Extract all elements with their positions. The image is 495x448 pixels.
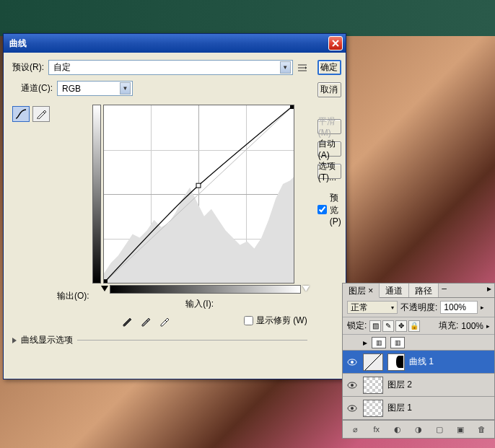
svg-rect-3 bbox=[290, 105, 294, 109]
new-layer-icon[interactable]: ▣ bbox=[455, 423, 466, 435]
ok-button[interactable]: 确定 bbox=[317, 60, 341, 75]
layer-row[interactable]: 图层 2 bbox=[343, 374, 494, 397]
lock-label: 锁定: bbox=[347, 320, 367, 332]
expand-icon[interactable] bbox=[12, 338, 17, 343]
svg-point-5 bbox=[351, 361, 354, 364]
fill-input[interactable]: 100% bbox=[461, 321, 483, 331]
close-icon bbox=[332, 40, 339, 47]
layer-thumbnail bbox=[363, 400, 383, 417]
layer-thumbnail bbox=[363, 377, 383, 394]
svg-point-9 bbox=[351, 407, 354, 410]
dialog-titlebar[interactable]: 曲线 bbox=[4, 34, 346, 53]
layer-name: 图层 2 bbox=[387, 379, 412, 391]
show-clipping-checkbox[interactable]: 显示修剪 (W) bbox=[244, 315, 307, 327]
panel-minimize-icon[interactable]: – bbox=[439, 284, 450, 297]
opacity-label: 不透明度: bbox=[400, 302, 437, 314]
white-eyedropper-button[interactable] bbox=[159, 315, 170, 327]
adjustment-thumbnail bbox=[363, 353, 383, 371]
layer-row[interactable]: 图层 1 bbox=[343, 397, 494, 420]
layer-name: 曲线 1 bbox=[409, 356, 434, 368]
pencil-tool-button[interactable] bbox=[32, 106, 50, 122]
preset-dropdown[interactable]: 自定 ▼ bbox=[48, 60, 293, 75]
layer-thumbnail: ▥ bbox=[390, 337, 405, 348]
dialog-title: 曲线 bbox=[6, 38, 328, 50]
smooth-button: 平滑(M) bbox=[317, 119, 341, 134]
layer-name: 图层 1 bbox=[387, 402, 412, 414]
group-icon[interactable]: ▢ bbox=[434, 423, 445, 435]
chevron-down-icon: ▼ bbox=[280, 61, 291, 74]
input-label: 输入(I): bbox=[185, 298, 214, 310]
preset-label: 预设(R): bbox=[12, 61, 44, 74]
eye-icon bbox=[347, 382, 357, 389]
black-eyedropper-button[interactable] bbox=[121, 315, 133, 327]
expand-group-icon[interactable]: ▸ bbox=[363, 338, 367, 348]
curves-dialog: 曲线 预设(R): 自定 ▼ 通道(C): RGB ▼ bbox=[3, 33, 346, 379]
input-gradient bbox=[110, 285, 301, 294]
chevron-down-icon: ▼ bbox=[120, 82, 131, 95]
cancel-button[interactable]: 取消 bbox=[317, 82, 341, 97]
curve-line bbox=[104, 105, 294, 283]
layer-row[interactable]: 曲线 1 bbox=[343, 351, 494, 374]
fill-label: 填充: bbox=[439, 320, 458, 332]
curve-tool-button[interactable] bbox=[12, 106, 30, 122]
svg-point-7 bbox=[351, 384, 354, 387]
close-button[interactable] bbox=[328, 36, 343, 50]
eye-icon bbox=[347, 405, 357, 412]
lock-pixels-icon[interactable]: ✎ bbox=[382, 320, 394, 332]
channel-label: 通道(C): bbox=[21, 82, 53, 95]
auto-button[interactable]: 自动(A) bbox=[317, 141, 341, 157]
lock-all-icon[interactable]: 🔒 bbox=[408, 320, 420, 332]
link-layers-icon[interactable]: ⌀ bbox=[350, 423, 362, 435]
tab-paths[interactable]: 路径 bbox=[409, 284, 439, 297]
delete-layer-icon[interactable]: 🗑 bbox=[476, 423, 487, 435]
svg-line-0 bbox=[104, 105, 294, 283]
layer-thumbnail: ▥ bbox=[372, 337, 386, 348]
gray-eyedropper-button[interactable] bbox=[140, 315, 152, 327]
pencil-icon bbox=[36, 109, 46, 119]
layer-row[interactable]: ▸ ▥ ▥ bbox=[343, 335, 494, 351]
layers-panel: 图层 × 通道 路径 – ▸ 正常▾ 不透明度: 100% ▸ 锁定: ▨ ✎ … bbox=[342, 283, 495, 439]
layer-mask-thumbnail[interactable] bbox=[387, 353, 405, 371]
visibility-toggle[interactable] bbox=[346, 356, 359, 369]
opacity-input[interactable]: 100% bbox=[440, 301, 478, 314]
white-point-slider[interactable] bbox=[302, 286, 310, 291]
lock-transparent-icon[interactable]: ▨ bbox=[369, 320, 381, 332]
preview-checkbox[interactable]: 预览(P) bbox=[317, 192, 341, 227]
output-gradient bbox=[92, 105, 101, 284]
layer-style-icon[interactable]: fx bbox=[371, 423, 382, 435]
opacity-slider-icon[interactable]: ▸ bbox=[481, 304, 484, 311]
black-point-slider[interactable] bbox=[101, 286, 108, 291]
lock-position-icon[interactable]: ✥ bbox=[395, 320, 407, 332]
svg-rect-1 bbox=[196, 183, 201, 188]
blend-mode-dropdown[interactable]: 正常▾ bbox=[347, 301, 398, 314]
tab-channels[interactable]: 通道 bbox=[380, 284, 409, 297]
visibility-toggle[interactable] bbox=[346, 336, 359, 349]
panel-menu-icon[interactable]: ▸ bbox=[484, 284, 494, 297]
visibility-toggle[interactable] bbox=[346, 379, 359, 392]
add-mask-icon[interactable]: ◐ bbox=[392, 423, 403, 435]
curve-icon bbox=[15, 109, 27, 119]
preset-menu-icon[interactable] bbox=[297, 63, 307, 73]
display-options-label: 曲线显示选项 bbox=[21, 334, 73, 346]
channel-dropdown[interactable]: RGB ▼ bbox=[57, 81, 133, 96]
svg-rect-2 bbox=[104, 279, 108, 283]
curve-graph[interactable] bbox=[103, 105, 294, 284]
eye-icon bbox=[347, 359, 357, 366]
visibility-toggle[interactable] bbox=[346, 402, 359, 415]
layers-list: ▸ ▥ ▥ 曲线 1 图层 2 图层 1 bbox=[343, 335, 494, 420]
options-button[interactable]: 选项(T)... bbox=[317, 164, 341, 179]
output-label: 输出(O): bbox=[57, 290, 89, 302]
fill-slider-icon[interactable]: ▸ bbox=[486, 322, 490, 330]
adjustment-layer-icon[interactable]: ◑ bbox=[413, 423, 424, 435]
tab-layers[interactable]: 图层 × bbox=[343, 284, 380, 298]
